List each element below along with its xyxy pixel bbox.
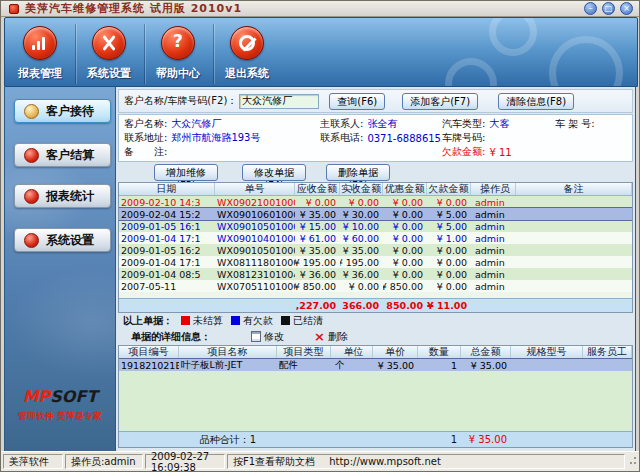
orders-rows: 2009-02-10 14:3WX090210010001¥ 0.00¥ 0.0… bbox=[119, 196, 632, 292]
delete-order-button[interactable]: 删除单据(F9) bbox=[326, 164, 390, 181]
decor-ring bbox=[489, 17, 537, 56]
order-cell-received: ¥ 0.00 bbox=[340, 196, 383, 208]
total-received: ¥ 366.00 bbox=[340, 299, 383, 312]
order-cell-discount: ¥ 0.00 bbox=[383, 268, 427, 280]
order-cell-discount: ¥ 850.00 bbox=[383, 280, 427, 292]
toolbar-button-settings[interactable]: 系统设置 bbox=[78, 26, 140, 81]
detail-delete-button[interactable]: × 删除 bbox=[314, 330, 348, 344]
col-header-item-type[interactable]: 项目类型 bbox=[277, 346, 331, 358]
maximize-button[interactable]: □ bbox=[602, 2, 615, 15]
order-cell-note bbox=[516, 256, 632, 268]
col-header-staff[interactable]: 服务员工 bbox=[583, 346, 632, 358]
status-legend: 以上单据： 未结算 有欠款 已结清 bbox=[116, 313, 635, 328]
order-cell-note bbox=[516, 268, 632, 280]
col-header-date[interactable]: 日期 bbox=[119, 183, 215, 195]
order-cell-received: ¥ 30.00 bbox=[340, 208, 383, 220]
toolbar-button-reports[interactable]: 报表管理 bbox=[9, 26, 71, 81]
search-bar: 客户名称/车牌号码(F2)： 查询(F6) 添加客户(F7) 清除信息(F8) bbox=[118, 89, 633, 113]
col-header-note[interactable]: 备注 bbox=[516, 183, 632, 195]
order-cell-note bbox=[516, 244, 632, 256]
sidebar-item-system[interactable]: 系统设置 bbox=[14, 228, 111, 252]
reception-icon bbox=[24, 104, 39, 119]
variety-total-label: 品种合计：1 bbox=[179, 432, 277, 447]
col-header-price[interactable]: 单价 bbox=[373, 346, 418, 358]
resize-grip[interactable] bbox=[627, 456, 637, 467]
col-header-unit[interactable]: 单位 bbox=[331, 346, 373, 358]
detail-title: 单据的详细信息： bbox=[131, 330, 211, 344]
detail-edit-button[interactable]: 修改 bbox=[251, 330, 284, 344]
col-header-amount[interactable]: 总金额 bbox=[461, 346, 511, 358]
order-cell-note bbox=[516, 208, 632, 220]
order-cell-operator: admin bbox=[471, 280, 516, 292]
order-row[interactable]: 2009-01-04 08:5WX081231010042¥ 36.00¥ 36… bbox=[119, 268, 632, 280]
status-help: 按F1查看帮助文档 http://www.mpsoft.net bbox=[227, 454, 625, 469]
detail-rows: 191821021E叶子板L前-JET配件个¥ 35.001¥ 35.00 bbox=[119, 359, 632, 371]
car-type-value: 大客 bbox=[489, 117, 509, 131]
col-header-received[interactable]: 实收金额 bbox=[340, 183, 383, 195]
total-owed: ¥ 11.00 bbox=[427, 299, 471, 312]
order-row[interactable]: 2009-02-04 15:2WX090106010004¥ 35.00¥ 30… bbox=[119, 208, 632, 220]
order-row[interactable]: 2007-05-11WX070511010001¥ 850.00¥ 0.00¥ … bbox=[119, 280, 632, 292]
order-cell-date: 2009-01-05 16:1 bbox=[119, 220, 215, 232]
add-repair-button[interactable]: 增加维修(F3) bbox=[154, 164, 218, 181]
detail-cell-spec bbox=[511, 359, 583, 371]
legend-square-settled bbox=[281, 316, 290, 325]
order-cell-owed: ¥ 5.00 bbox=[427, 208, 471, 220]
sidebar-item-statistics[interactable]: 报表统计 bbox=[14, 184, 111, 208]
order-row[interactable]: 2009-01-04 17:1WX081118010001¥ 195.00¥ 1… bbox=[119, 256, 632, 268]
system-icon bbox=[24, 233, 39, 248]
edit-order-button[interactable]: 修改单据(F4) bbox=[242, 164, 306, 181]
sidebar-item-settlement[interactable]: 客户结算 bbox=[14, 143, 111, 167]
detail-cell-name: 叶子板L前-JET bbox=[179, 359, 277, 371]
query-button[interactable]: 查询(F6) bbox=[329, 93, 385, 110]
order-row[interactable]: 2009-01-05 16:2WX090105010003¥ 35.00¥ 35… bbox=[119, 244, 632, 256]
clear-info-button[interactable]: 清除信息(F8) bbox=[498, 93, 574, 110]
statistics-icon bbox=[24, 189, 39, 204]
order-cell-operator: admin bbox=[471, 208, 516, 220]
col-header-qty[interactable]: 数量 bbox=[418, 346, 461, 358]
col-header-item-name[interactable]: 项目名称 bbox=[179, 346, 277, 358]
status-bar: 美萍软件 操作员:admin 2009-02-27 16:09:38 按F1查看… bbox=[1, 451, 639, 471]
order-cell-discount: ¥ 0.00 bbox=[383, 232, 427, 244]
add-customer-button[interactable]: 添加客户(F7) bbox=[402, 93, 478, 110]
order-cell-operator: admin bbox=[471, 232, 516, 244]
col-header-spec[interactable]: 规格型号 bbox=[511, 346, 583, 358]
col-header-owed[interactable]: 欠款金额 bbox=[427, 183, 471, 195]
toolbar-button-help[interactable]: ? 帮助中心 bbox=[147, 26, 209, 81]
title-bar: 美萍汽车维修管理系统 试用版 2010v1 – □ × bbox=[1, 1, 639, 17]
order-cell-received: ¥ 35.00 bbox=[340, 244, 383, 256]
order-cell-no: WX081118010001 bbox=[215, 256, 295, 268]
detail-header-line: 单据的详细信息： 修改 × 删除 bbox=[116, 328, 635, 345]
detail-row[interactable]: 191821021E叶子板L前-JET配件个¥ 35.001¥ 35.00 bbox=[119, 359, 632, 371]
order-row[interactable]: 2009-01-04 17:1WX090104010001¥ 61.00¥ 60… bbox=[119, 232, 632, 244]
order-row[interactable]: 2009-01-05 16:1WX090105010002¥ 15.00¥ 10… bbox=[119, 220, 632, 232]
minimize-button[interactable]: – bbox=[584, 2, 597, 15]
close-button[interactable]: × bbox=[620, 2, 633, 15]
col-header-discount[interactable]: 优惠金额 bbox=[383, 183, 427, 195]
legend-square-debt bbox=[231, 316, 240, 325]
order-cell-owed: ¥ 5.00 bbox=[427, 220, 471, 232]
col-header-operator[interactable]: 操作员 bbox=[471, 183, 516, 195]
order-cell-receivable: ¥ 61.00 bbox=[295, 232, 340, 244]
order-cell-date: 2009-01-04 17:1 bbox=[119, 232, 215, 244]
order-cell-discount: ¥ 0.00 bbox=[383, 244, 427, 256]
order-cell-no: WX090104010001 bbox=[215, 232, 295, 244]
detail-header: 项目编号 项目名称 项目类型 单位 单价 数量 总金额 规格型号 服务员工 bbox=[119, 346, 632, 359]
logo-tagline: 管理软件 美萍是专家 bbox=[5, 410, 115, 423]
search-input[interactable] bbox=[239, 94, 319, 109]
col-header-item-code[interactable]: 项目编号 bbox=[119, 346, 179, 358]
sidebar-item-reception[interactable]: 客户接待 bbox=[14, 99, 111, 123]
sidebar: 客户接待 客户结算 报表统计 系统设置 MPSOFT 管理软件 美萍是专家 bbox=[4, 87, 116, 451]
order-cell-no: WX090210010001 bbox=[215, 196, 295, 208]
detail-cell-code: 191821021E bbox=[119, 359, 179, 371]
col-header-order-no[interactable]: 单号 bbox=[215, 183, 295, 195]
order-cell-no: WX070511010001 bbox=[215, 280, 295, 292]
order-cell-no: WX090106010004 bbox=[215, 208, 295, 220]
col-header-receivable[interactable]: 应收金额 bbox=[295, 183, 340, 195]
toolbar-button-exit[interactable]: 退出系统 bbox=[216, 26, 278, 81]
main-panel: 客户名称/车牌号码(F2)： 查询(F6) 添加客户(F7) 清除信息(F8) … bbox=[116, 87, 636, 451]
order-cell-note bbox=[516, 220, 632, 232]
order-cell-operator: admin bbox=[471, 268, 516, 280]
order-row[interactable]: 2009-02-10 14:3WX090210010001¥ 0.00¥ 0.0… bbox=[119, 196, 632, 208]
detail-table: 项目编号 项目名称 项目类型 单位 单价 数量 总金额 规格型号 服务员工 19… bbox=[118, 345, 633, 448]
